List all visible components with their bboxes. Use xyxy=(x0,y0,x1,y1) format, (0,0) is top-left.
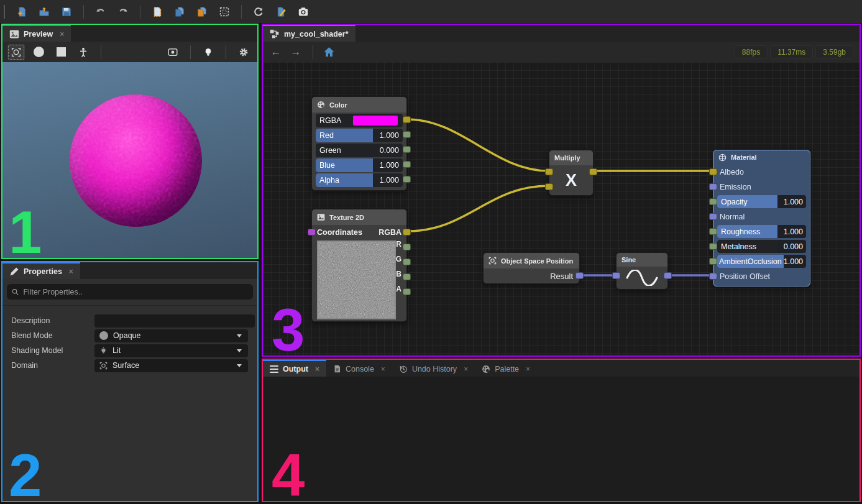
filter-properties-box[interactable] xyxy=(7,284,253,300)
tab-output[interactable]: Output × xyxy=(263,360,326,377)
node-osp-header[interactable]: Object Space Position xyxy=(484,253,579,268)
tab-properties[interactable]: Properties × xyxy=(2,262,80,279)
node-material[interactable]: Material Albedo Emission Opacity 1.000 N… xyxy=(713,150,810,286)
rename-button[interactable] xyxy=(272,3,290,21)
sine-output-port[interactable] xyxy=(664,272,672,279)
redo-button[interactable] xyxy=(114,3,132,21)
save-button[interactable] xyxy=(57,3,76,21)
mesh-select-button[interactable] xyxy=(7,44,25,60)
osp-result-output-port[interactable] xyxy=(575,272,584,279)
sphere-preview-button[interactable] xyxy=(30,44,47,60)
color-row-red[interactable]: Red 1.000 xyxy=(316,129,403,142)
refresh-button[interactable] xyxy=(249,3,268,21)
material-row-ambientocclusion[interactable]: AmbientOcclusion 1.000 xyxy=(717,255,806,268)
material-row-position-offset[interactable]: Position Offset xyxy=(717,270,806,283)
screenshot-button[interactable] xyxy=(294,3,313,21)
tab-properties-close[interactable]: × xyxy=(69,267,73,276)
node-multiply[interactable]: Multiply X xyxy=(549,150,594,196)
multiply-input-b-port[interactable] xyxy=(545,183,553,190)
rgba-color-swatch[interactable] xyxy=(353,116,398,126)
color-row-alpha[interactable]: Alpha 1.000 xyxy=(316,173,403,187)
texture-b-output-port[interactable] xyxy=(403,273,411,280)
node-object-space-position[interactable]: Object Space Position Result xyxy=(483,252,580,284)
tab-palette-close[interactable]: × xyxy=(526,365,530,373)
texture-g-output-port[interactable] xyxy=(403,259,411,265)
preview-panel: Preview × xyxy=(1,24,259,259)
cube-preview-button[interactable] xyxy=(52,44,70,60)
tab-output-close[interactable]: × xyxy=(315,365,319,373)
material-row-normal[interactable]: Normal xyxy=(717,210,806,223)
tab-preview-close[interactable]: × xyxy=(60,30,64,39)
select-all-button[interactable] xyxy=(215,3,234,21)
new-file-button[interactable] xyxy=(12,3,31,21)
node-material-header[interactable]: Material xyxy=(713,150,810,164)
material-metalness-input-port[interactable] xyxy=(709,243,717,250)
color-blue-output-port[interactable] xyxy=(403,161,411,168)
wire-texture-to-multiply[interactable] xyxy=(407,186,549,231)
tab-console[interactable]: Console × xyxy=(326,360,392,377)
node-color-header[interactable]: Color xyxy=(312,97,406,112)
open-file-button[interactable] xyxy=(35,3,53,21)
undo-button[interactable] xyxy=(91,3,110,21)
material-emission-input-port[interactable] xyxy=(709,183,717,190)
figure-preview-button[interactable] xyxy=(75,44,92,60)
material-albedo-input-port[interactable] xyxy=(709,168,717,175)
preview-settings-button[interactable] xyxy=(235,44,252,60)
preview-viewport[interactable]: 1 xyxy=(2,62,257,258)
multiply-input-a-port[interactable] xyxy=(545,168,553,175)
wire-color-to-multiply[interactable] xyxy=(407,119,549,171)
node-color[interactable]: Color RGBA Red 1.000 Green 0.000 xyxy=(311,96,407,191)
toolbar-grip[interactable] xyxy=(4,5,5,19)
back-button[interactable]: ← xyxy=(269,46,283,58)
color-row-rgba[interactable]: RGBA xyxy=(316,114,403,127)
shading-model-dropdown[interactable]: Lit xyxy=(94,344,248,357)
viewport-capture-button[interactable] xyxy=(164,44,181,60)
color-row-green[interactable]: Green 0.000 xyxy=(316,144,403,157)
domain-dropdown[interactable]: Surface xyxy=(94,359,248,372)
node-graph-canvas[interactable]: Color RGBA Red 1.000 Green 0.000 xyxy=(263,62,860,355)
forward-button[interactable]: → xyxy=(289,46,303,58)
blend-mode-dropdown[interactable]: Opaque xyxy=(94,329,248,342)
description-field[interactable] xyxy=(94,314,255,328)
texture-r-output-port[interactable] xyxy=(403,244,411,250)
texture-a-output-port[interactable] xyxy=(403,288,411,295)
material-row-metalness[interactable]: Metalness 0.000 xyxy=(717,240,806,253)
material-row-emission[interactable]: Emission xyxy=(717,180,806,193)
node-sine-header[interactable]: Sine xyxy=(617,253,667,267)
color-green-output-port[interactable] xyxy=(403,146,411,153)
multiply-output-port[interactable] xyxy=(589,168,597,175)
node-texture2d-header[interactable]: Texture 2D xyxy=(312,209,406,225)
material-position-offset-input-port[interactable] xyxy=(709,273,717,280)
tab-undo-history-close[interactable]: × xyxy=(464,365,468,373)
texture-preview[interactable] xyxy=(317,241,396,319)
node-sine[interactable]: Sine xyxy=(616,252,668,290)
material-roughness-input-port[interactable] xyxy=(709,228,717,235)
material-row-opacity[interactable]: Opacity 1.000 xyxy=(717,195,806,208)
tab-console-close[interactable]: × xyxy=(381,365,385,373)
tab-palette[interactable]: Palette × xyxy=(475,360,537,377)
tab-undo-history[interactable]: Undo History × xyxy=(392,360,475,377)
color-alpha-output-port[interactable] xyxy=(403,176,411,183)
light-button[interactable] xyxy=(199,44,217,60)
texture-coordinates-input-port[interactable] xyxy=(308,229,316,236)
material-row-albedo[interactable]: Albedo xyxy=(717,165,806,178)
material-ambientocclusion-input-port[interactable] xyxy=(709,258,717,265)
output-log-area[interactable]: 4 xyxy=(263,377,860,501)
home-button[interactable] xyxy=(323,46,335,58)
color-red-output-port[interactable] xyxy=(403,131,411,138)
color-rgba-output-port[interactable] xyxy=(403,116,411,123)
tab-shader-document[interactable]: my_cool_shader* xyxy=(263,25,355,42)
material-normal-input-port[interactable] xyxy=(709,213,717,220)
material-opacity-input-port[interactable] xyxy=(709,198,717,205)
paste-button[interactable] xyxy=(193,3,211,21)
sine-input-port[interactable] xyxy=(612,272,620,279)
duplicate-button[interactable] xyxy=(148,3,167,21)
color-row-blue[interactable]: Blue 1.000 xyxy=(316,158,403,172)
material-row-roughness[interactable]: Roughness 1.000 xyxy=(717,225,806,238)
node-multiply-header[interactable]: Multiply xyxy=(549,150,593,165)
texture-rgba-output-port[interactable] xyxy=(403,229,411,236)
node-texture2d[interactable]: Texture 2D Coordinates RGBA R G B A xyxy=(311,209,407,322)
tab-preview[interactable]: Preview × xyxy=(2,25,71,42)
filter-properties-input[interactable] xyxy=(23,288,248,296)
copy-button[interactable] xyxy=(170,3,189,21)
